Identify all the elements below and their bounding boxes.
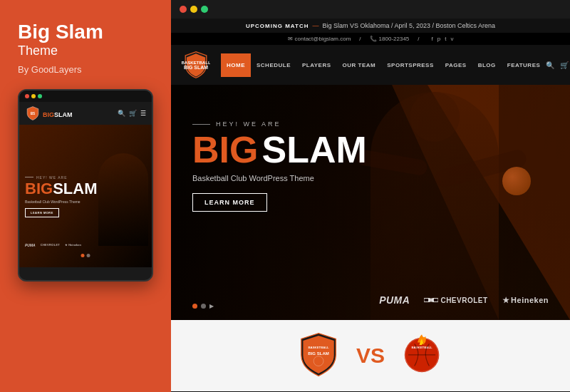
heineken-text: Heineken <box>511 296 549 304</box>
slider-dot-1 <box>201 304 206 309</box>
desktop-dots <box>180 6 208 13</box>
team1-logo: BASKETBALL BIG SLAM <box>296 331 342 381</box>
hero-section: HEY! WE ARE BIG SLAM Basketball Club Wor… <box>171 85 570 320</box>
announce-dash: — <box>312 22 318 29</box>
chevrolet-icon <box>424 296 438 304</box>
main-nav: BASKETBALL BIG SLAM HOME SCHEDULE PLAYER… <box>171 45 570 85</box>
team2-logo: BASKETBALL <box>399 331 445 381</box>
hero-title-row: BIG SLAM <box>192 131 367 168</box>
hero-tagline: Basketball Club WordPress Theme <box>192 174 367 182</box>
contact-email: ✉ contact@bigslam.com <box>288 36 351 42</box>
left-panel: Big Slam Theme By GoodLayers BS BIGSLAM <box>0 0 171 392</box>
svg-text:BS: BS <box>31 112 36 115</box>
mobile-big-label: BIG <box>43 111 54 118</box>
nav-item-features[interactable]: FEATURES <box>502 53 546 77</box>
player-head <box>410 92 460 142</box>
mobile-dot-yellow <box>31 94 36 98</box>
mobile-dot-green <box>38 94 42 98</box>
mobile-player-silhouette <box>98 153 148 246</box>
hero-hey: HEY! WE ARE <box>192 120 367 128</box>
sponsor-heineken: ★ Heineken <box>502 296 549 305</box>
slider-arrow-right[interactable]: ▶ <box>209 303 214 309</box>
mobile-nav-icons: 🔍 🛒 ☰ <box>118 110 146 117</box>
desktop-dot-yellow <box>190 6 197 13</box>
nav-item-players[interactable]: PLAYERS <box>296 53 337 77</box>
contact-phone: 📞 1800-22345 <box>370 36 410 42</box>
svg-text:BASKETBALL: BASKETBALL <box>411 346 432 349</box>
desktop-mockup: UPCOMING MATCH — Big Slam VS Oklahoma / … <box>171 0 570 392</box>
theme-title: Big Slam Theme By GoodLayers <box>18 21 153 89</box>
mobile-slider-dot-active <box>81 254 85 257</box>
svg-text:BIG SLAM: BIG SLAM <box>308 351 329 355</box>
nav-item-blog[interactable]: BLOG <box>472 53 502 77</box>
right-panel: UPCOMING MATCH — Big Slam VS Oklahoma / … <box>171 0 570 392</box>
team1-logo-icon: BASKETBALL BIG SLAM <box>296 331 342 378</box>
social-vimeo-icon[interactable]: v <box>450 36 453 42</box>
mobile-title-row: BIG SLAM <box>25 180 97 198</box>
mobile-slam-hero: SLAM <box>53 180 97 198</box>
hero-slam-text: SLAM <box>261 131 366 168</box>
announce-text: Big Slam VS Oklahoma / April 5, 2023 / B… <box>322 22 495 29</box>
mobile-learn-button[interactable]: LEARN MORE <box>25 208 59 217</box>
mobile-hero-text: HEY! WE ARE BIG SLAM Basketball Club Wor… <box>25 175 97 217</box>
social-pinterest-icon[interactable]: p <box>437 36 440 42</box>
mobile-brand: BIGSLAM <box>43 107 73 120</box>
mobile-big-hero: BIG <box>25 180 53 198</box>
svg-text:BIG SLAM: BIG SLAM <box>184 65 208 70</box>
contact-bar: ✉ contact@bigslam.com / 📞 1800-22345 / f… <box>171 33 570 45</box>
subtitle-text: Theme <box>18 43 153 58</box>
mobile-sponsor-heineken: ★ Heineken <box>65 243 81 247</box>
contact-divider2: / <box>418 36 419 42</box>
website-content: UPCOMING MATCH — Big Slam VS Oklahoma / … <box>171 19 570 392</box>
basketball <box>502 167 531 195</box>
hero-big-text: BIG <box>192 131 258 168</box>
mobile-top-bar <box>19 91 152 102</box>
nav-cart-icon[interactable]: 🛒 <box>560 61 569 69</box>
nav-item-our-team[interactable]: OUR TEAM <box>337 53 382 77</box>
sponsor-puma: PUMA <box>379 294 410 306</box>
match-label: UPCOMING MATCH <box>246 23 309 29</box>
heineken-star: ★ <box>502 296 510 305</box>
nav-search-icon[interactable]: 🔍 <box>546 61 554 69</box>
mobile-search-icon[interactable]: 🔍 <box>118 110 125 117</box>
nav-item-sportspress[interactable]: SPORTSPRESS <box>381 53 440 77</box>
sponsor-chevrolet: CHEVROLET <box>424 296 487 304</box>
mobile-sponsor-puma: PUMA <box>25 243 36 247</box>
sponsors-row: PUMA CHEVROLET ★ Heineken <box>379 294 549 306</box>
mobile-tagline: Basketball Club WordPress Theme <box>25 200 97 204</box>
mobile-logo-icon: BS <box>25 105 41 121</box>
mobile-sponsor-chevrolet: CHEVROLET <box>41 243 60 247</box>
hero-learn-button[interactable]: LEARN MORE <box>192 193 267 212</box>
social-icons: f p t v <box>432 36 454 42</box>
mobile-nav: BS BIGSLAM 🔍 🛒 ☰ <box>19 102 152 125</box>
svg-text:BASKETBALL: BASKETBALL <box>308 346 329 349</box>
slider-dot-active <box>192 304 197 309</box>
nav-item-pages[interactable]: PAGES <box>440 53 472 77</box>
mobile-dot-red <box>25 94 29 98</box>
nav-item-home[interactable]: HOME <box>221 53 251 77</box>
team2-logo-icon: BASKETBALL <box>399 331 445 378</box>
social-twitter-icon[interactable]: t <box>445 36 446 42</box>
desktop-dot-green <box>201 6 208 13</box>
phone-icon: 📞 <box>370 36 377 42</box>
mobile-cart-icon[interactable]: 🛒 <box>129 110 137 117</box>
chevrolet-text: CHEVROLET <box>440 296 487 304</box>
svg-text:BASKETBALL: BASKETBALL <box>182 60 210 65</box>
desktop-dot-red <box>180 6 187 13</box>
nav-logo: BASKETBALL BIG SLAM <box>182 45 210 85</box>
nav-right: 🔍 🛒 <box>546 61 569 69</box>
nav-item-schedule[interactable]: SCHEDULE <box>251 53 296 77</box>
mobile-dots <box>25 94 42 98</box>
mobile-slider-nav <box>81 254 90 257</box>
puma-text: PUMA <box>379 294 410 306</box>
title-text: Big Slam <box>18 21 153 43</box>
mobile-menu-icon[interactable]: ☰ <box>140 110 146 117</box>
phone-text: 1800-22345 <box>379 36 410 42</box>
social-facebook-icon[interactable]: f <box>432 36 433 42</box>
contact-divider: / <box>359 36 361 42</box>
mobile-hey-line <box>25 177 33 177</box>
by-text: By GoodLayers <box>18 64 153 75</box>
mobile-mockup: BS BIGSLAM 🔍 🛒 ☰ HEY! WE ARE <box>18 89 153 282</box>
vs-text: VS <box>356 344 385 368</box>
desktop-top-bar <box>171 0 570 19</box>
